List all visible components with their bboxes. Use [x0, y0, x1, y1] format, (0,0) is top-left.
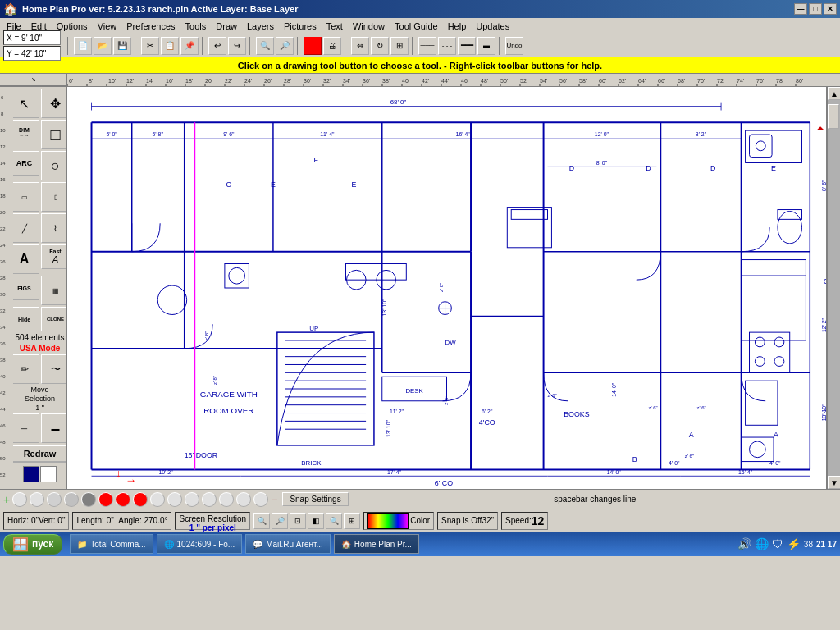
open-button[interactable]: 📂	[94, 37, 112, 55]
h-line-tool-button[interactable]: ─	[10, 413, 39, 443]
svg-text:32: 32	[0, 308, 6, 313]
snap-btn-15[interactable]	[253, 492, 268, 507]
snap-btn-14[interactable]	[236, 492, 251, 507]
rect3-tool-button[interactable]: ▬	[41, 413, 68, 443]
color-swatch-white[interactable]	[40, 466, 57, 482]
redraw-button[interactable]: Redraw	[10, 445, 68, 463]
menu-item-tool guide[interactable]: Tool Guide	[390, 20, 443, 33]
scroll-down-button[interactable]: ▼	[828, 476, 840, 489]
zoom-custom-button[interactable]: ⊞	[344, 513, 360, 529]
svg-text:60': 60'	[599, 78, 606, 84]
snap-btn-2[interactable]	[30, 492, 44, 507]
select-tool-button[interactable]: ↖	[10, 89, 39, 118]
line-style-thick[interactable]: ━━━	[458, 37, 476, 55]
snap-btn-13[interactable]	[219, 492, 234, 507]
step-tool-button[interactable]: ⌇	[41, 213, 68, 243]
cut-button[interactable]: ✂	[141, 37, 159, 55]
zoom-50-button[interactable]: 🔍	[253, 513, 270, 529]
zoom-out2-button[interactable]: 🔎	[272, 513, 288, 529]
snap-btn-4[interactable]	[64, 492, 79, 507]
redo-button[interactable]: ↪	[228, 37, 246, 55]
canvas-area[interactable]: 68' 0" 5' 0" 5' 8" 9' 6" 11' 4" 16' 4" 1…	[67, 87, 827, 489]
maximize-button[interactable]: □	[809, 3, 822, 15]
snap-btn-6[interactable]	[98, 492, 113, 507]
menu-item-view[interactable]: View	[93, 20, 122, 33]
zoom-100-button[interactable]: 🔍	[326, 513, 342, 529]
figs-tool-button[interactable]: FIGS	[10, 276, 39, 300]
scroll-thumb-v[interactable]	[828, 104, 839, 129]
close-button[interactable]: ✕	[824, 3, 837, 15]
clone-tool-button[interactable]: CLONE	[41, 307, 68, 331]
right-scrollbar[interactable]: ▲ ▼	[827, 87, 840, 489]
print-button[interactable]: 🖨	[323, 37, 341, 55]
menu-item-layers[interactable]: Layers	[242, 20, 279, 33]
snap-btn-7[interactable]	[116, 492, 130, 507]
menu-item-updates[interactable]: Updates	[471, 20, 514, 33]
minimize-button[interactable]: —	[794, 3, 807, 15]
menu-item-pictures[interactable]: Pictures	[279, 20, 322, 33]
line-style-solid[interactable]: ───	[418, 37, 436, 55]
menu-item-help[interactable]: Help	[443, 20, 472, 33]
menu-item-text[interactable]: Text	[322, 20, 348, 33]
svg-text:E: E	[351, 180, 356, 189]
new-button[interactable]: 📄	[74, 37, 92, 55]
copy-button[interactable]: 📋	[161, 37, 179, 55]
scroll-up-button[interactable]: ▲	[828, 87, 840, 100]
snap-btn-8[interactable]	[133, 492, 148, 507]
menu-item-draw[interactable]: Draw	[211, 20, 242, 33]
zoom-prev-button[interactable]: ◧	[308, 513, 324, 529]
color-indicator[interactable]	[368, 513, 409, 529]
line-width-btn[interactable]: ▬	[477, 37, 495, 55]
line-style-dash[interactable]: - - -	[438, 37, 456, 55]
snap-btn-10[interactable]	[167, 492, 182, 507]
wave-tool-button[interactable]: 〜	[41, 354, 68, 384]
wall-h-tool-button[interactable]: ▭	[10, 182, 39, 212]
taskbar-item-1[interactable]: 📁 Total Comma...	[70, 534, 153, 554]
snap-btn-1[interactable]	[12, 492, 27, 507]
snap-add-button[interactable]: +	[3, 493, 10, 506]
dim-tool-button[interactable]: DIM←→	[10, 120, 39, 144]
circle-tool-button[interactable]: ○	[41, 151, 68, 180]
snap-remove-button[interactable]: −	[271, 493, 277, 506]
snap-btn-11[interactable]	[185, 492, 199, 507]
undo-button[interactable]: ↩	[208, 37, 226, 55]
snap-btn-9[interactable]	[150, 492, 165, 507]
arc-tool-button[interactable]: ARC	[10, 151, 39, 176]
text-tool-button[interactable]: A	[10, 244, 39, 274]
fast-text-button[interactable]: FastA	[41, 244, 68, 269]
menu-item-window[interactable]: Window	[348, 20, 390, 33]
taskbar-item-2[interactable]: 🌐 1024:609 - Fo...	[157, 534, 243, 554]
color-swatch-blue[interactable]	[23, 466, 39, 482]
scroll-track-v[interactable]	[828, 100, 840, 476]
start-button[interactable]: 🪟 пуск	[3, 534, 62, 555]
zoom-in-button[interactable]: 🔍	[256, 37, 274, 55]
hide-tool-button[interactable]: Hide	[10, 307, 39, 331]
mirror-button[interactable]: ⇔	[351, 37, 369, 55]
title-text: 🏠 Home Plan Pro ver: 5.2.23.13 ranch.pln…	[3, 2, 298, 16]
save-button[interactable]: 💾	[113, 37, 131, 55]
paste-button[interactable]: 📌	[180, 37, 199, 55]
pencil-tool-button[interactable]: ✏	[10, 354, 39, 384]
rotate-button[interactable]: ↻	[371, 37, 389, 55]
svg-text:44: 44	[0, 407, 6, 412]
taskbar-item-3[interactable]: 💬 Mail.Ru Агент...	[245, 534, 331, 554]
snap-btn-12[interactable]	[202, 492, 217, 507]
red-button[interactable]	[304, 37, 322, 55]
zoom-out-button[interactable]: 🔎	[276, 37, 294, 55]
unknown-tool-btn[interactable]: ▦	[41, 276, 68, 305]
snap-settings-button[interactable]: Snap Settings	[282, 492, 348, 506]
menu-item-tools[interactable]: Tools	[180, 20, 212, 33]
group-button[interactable]: ⊞	[390, 37, 409, 55]
wall-v-tool-button[interactable]: ▯	[41, 182, 68, 212]
pan-tool-button[interactable]: ✥	[41, 89, 68, 118]
snap-btn-5[interactable]	[81, 492, 96, 507]
undo2-button[interactable]: Undo	[505, 37, 523, 55]
taskbar-item-4[interactable]: 🏠 Home Plan Pr...	[334, 534, 419, 554]
rect-tool-button[interactable]: □	[41, 120, 68, 149]
zoom-fit-button[interactable]: ⊡	[290, 513, 306, 529]
snap-btn-3[interactable]	[47, 492, 62, 507]
line-tool-button[interactable]: ╱	[10, 213, 39, 243]
menu-item-preferences[interactable]: Preferences	[121, 20, 180, 33]
toolbar: X = 9' 10" Y = 42' 10" 📄 📂 💾 ✂ 📋 📌 ↩ ↪ 🔍…	[0, 34, 840, 57]
snap-status-text: spacebar changes line	[354, 495, 837, 504]
